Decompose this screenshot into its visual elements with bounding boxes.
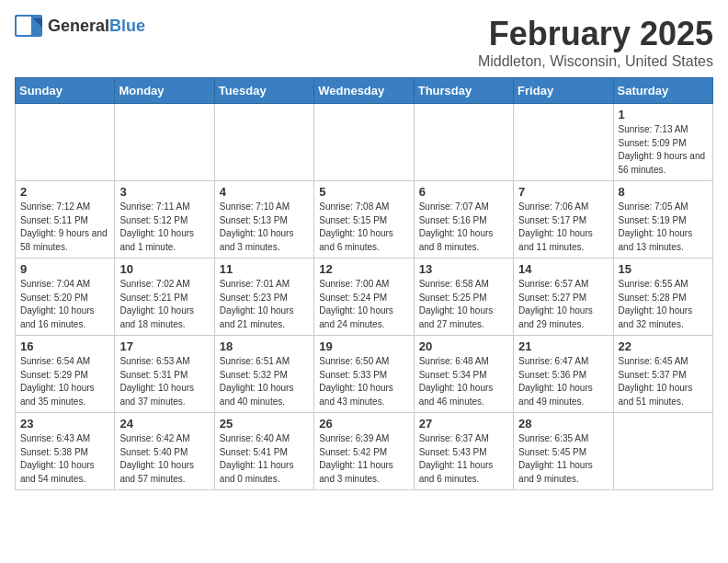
calendar-cell <box>115 104 214 181</box>
day-info: Sunrise: 6:57 AM Sunset: 5:27 PM Dayligh… <box>518 278 608 331</box>
calendar-cell: 28Sunrise: 6:35 AM Sunset: 5:45 PM Dayli… <box>514 413 613 490</box>
day-info: Sunrise: 6:47 AM Sunset: 5:36 PM Dayligh… <box>518 355 608 408</box>
day-info: Sunrise: 6:35 AM Sunset: 5:45 PM Dayligh… <box>518 432 608 486</box>
day-number: 6 <box>419 185 508 199</box>
title-block: February 2025 Middleton, Wisconsin, Unit… <box>478 15 713 70</box>
calendar-cell: 23Sunrise: 6:43 AM Sunset: 5:38 PM Dayli… <box>16 413 115 490</box>
calendar-cell: 21Sunrise: 6:47 AM Sunset: 5:36 PM Dayli… <box>514 336 613 413</box>
calendar-cell: 17Sunrise: 6:53 AM Sunset: 5:31 PM Dayli… <box>115 336 214 413</box>
calendar-cell: 12Sunrise: 7:00 AM Sunset: 5:24 PM Dayli… <box>314 259 414 336</box>
calendar-cell: 4Sunrise: 7:10 AM Sunset: 5:13 PM Daylig… <box>214 181 313 259</box>
day-info: Sunrise: 7:07 AM Sunset: 5:16 PM Dayligh… <box>419 201 508 254</box>
day-info: Sunrise: 6:55 AM Sunset: 5:28 PM Dayligh… <box>619 278 708 331</box>
day-number: 10 <box>119 262 209 276</box>
calendar-week-row: 2Sunrise: 7:12 AM Sunset: 5:11 PM Daylig… <box>16 181 713 259</box>
day-info: Sunrise: 7:11 AM Sunset: 5:12 PM Dayligh… <box>119 201 209 254</box>
day-number: 9 <box>20 262 109 276</box>
logo-text: GeneralBlue <box>48 17 145 36</box>
day-number: 2 <box>20 185 109 199</box>
calendar-cell: 3Sunrise: 7:11 AM Sunset: 5:12 PM Daylig… <box>115 181 214 259</box>
calendar-week-row: 16Sunrise: 6:54 AM Sunset: 5:29 PM Dayli… <box>16 336 713 413</box>
calendar-cell: 24Sunrise: 6:42 AM Sunset: 5:40 PM Dayli… <box>115 413 214 490</box>
day-info: Sunrise: 7:00 AM Sunset: 5:24 PM Dayligh… <box>319 278 408 331</box>
day-info: Sunrise: 6:51 AM Sunset: 5:32 PM Dayligh… <box>220 355 309 408</box>
calendar-cell: 25Sunrise: 6:40 AM Sunset: 5:41 PM Dayli… <box>214 413 313 490</box>
day-number: 22 <box>619 339 708 353</box>
calendar-cell: 9Sunrise: 7:04 AM Sunset: 5:20 PM Daylig… <box>16 259 115 336</box>
day-info: Sunrise: 6:50 AM Sunset: 5:33 PM Dayligh… <box>319 355 408 408</box>
calendar-cell: 7Sunrise: 7:06 AM Sunset: 5:17 PM Daylig… <box>514 181 613 259</box>
day-number: 18 <box>220 339 309 353</box>
day-number: 20 <box>419 339 508 353</box>
calendar-week-row: 1Sunrise: 7:13 AM Sunset: 5:09 PM Daylig… <box>16 104 713 181</box>
location-title: Middleton, Wisconsin, United States <box>478 53 713 70</box>
calendar-cell: 14Sunrise: 6:57 AM Sunset: 5:27 PM Dayli… <box>514 259 613 336</box>
day-info: Sunrise: 6:54 AM Sunset: 5:29 PM Dayligh… <box>20 355 109 408</box>
calendar-cell: 22Sunrise: 6:45 AM Sunset: 5:37 PM Dayli… <box>613 336 712 413</box>
day-info: Sunrise: 7:12 AM Sunset: 5:11 PM Dayligh… <box>20 201 109 254</box>
day-info: Sunrise: 6:40 AM Sunset: 5:41 PM Dayligh… <box>220 432 309 486</box>
day-info: Sunrise: 6:48 AM Sunset: 5:34 PM Dayligh… <box>419 355 508 408</box>
day-info: Sunrise: 7:02 AM Sunset: 5:21 PM Dayligh… <box>119 278 209 331</box>
calendar-cell <box>514 104 613 181</box>
day-number: 17 <box>119 339 209 353</box>
day-of-week-header: Friday <box>514 78 613 104</box>
day-number: 19 <box>319 339 408 353</box>
logo-icon <box>15 15 42 37</box>
day-number: 13 <box>419 262 508 276</box>
day-info: Sunrise: 6:45 AM Sunset: 5:37 PM Dayligh… <box>619 355 708 408</box>
day-info: Sunrise: 6:37 AM Sunset: 5:43 PM Dayligh… <box>419 432 508 486</box>
svg-rect-2 <box>17 17 31 35</box>
day-number: 16 <box>20 339 109 353</box>
calendar-cell: 15Sunrise: 6:55 AM Sunset: 5:28 PM Dayli… <box>613 259 712 336</box>
calendar-cell: 27Sunrise: 6:37 AM Sunset: 5:43 PM Dayli… <box>414 413 513 490</box>
calendar-cell: 11Sunrise: 7:01 AM Sunset: 5:23 PM Dayli… <box>214 259 313 336</box>
calendar-cell: 13Sunrise: 6:58 AM Sunset: 5:25 PM Dayli… <box>414 259 513 336</box>
day-info: Sunrise: 7:06 AM Sunset: 5:17 PM Dayligh… <box>518 201 608 254</box>
calendar-cell <box>314 104 414 181</box>
day-number: 15 <box>619 262 708 276</box>
header: GeneralBlue February 2025 Middleton, Wis… <box>15 15 713 70</box>
day-of-week-header: Wednesday <box>314 78 414 104</box>
day-info: Sunrise: 6:53 AM Sunset: 5:31 PM Dayligh… <box>119 355 209 408</box>
day-info: Sunrise: 6:58 AM Sunset: 5:25 PM Dayligh… <box>419 278 508 331</box>
month-title: February 2025 <box>478 15 713 53</box>
day-info: Sunrise: 6:43 AM Sunset: 5:38 PM Dayligh… <box>20 432 109 486</box>
logo-general: General <box>48 17 109 35</box>
day-number: 21 <box>518 339 608 353</box>
calendar-cell: 10Sunrise: 7:02 AM Sunset: 5:21 PM Dayli… <box>115 259 214 336</box>
calendar-cell: 19Sunrise: 6:50 AM Sunset: 5:33 PM Dayli… <box>314 336 414 413</box>
calendar-cell: 2Sunrise: 7:12 AM Sunset: 5:11 PM Daylig… <box>16 181 115 259</box>
calendar-cell <box>613 413 712 490</box>
day-number: 4 <box>220 185 309 199</box>
calendar-cell: 18Sunrise: 6:51 AM Sunset: 5:32 PM Dayli… <box>214 336 313 413</box>
day-number: 8 <box>619 185 708 199</box>
day-info: Sunrise: 7:04 AM Sunset: 5:20 PM Dayligh… <box>20 278 109 331</box>
day-number: 7 <box>518 185 608 199</box>
day-number: 26 <box>319 417 408 431</box>
day-number: 12 <box>319 262 408 276</box>
day-info: Sunrise: 7:13 AM Sunset: 5:09 PM Dayligh… <box>619 123 708 177</box>
calendar-cell: 16Sunrise: 6:54 AM Sunset: 5:29 PM Dayli… <box>16 336 115 413</box>
day-number: 3 <box>119 185 209 199</box>
calendar-cell: 5Sunrise: 7:08 AM Sunset: 5:15 PM Daylig… <box>314 181 414 259</box>
day-number: 24 <box>119 417 209 431</box>
calendar-cell: 26Sunrise: 6:39 AM Sunset: 5:42 PM Dayli… <box>314 413 414 490</box>
day-info: Sunrise: 7:10 AM Sunset: 5:13 PM Dayligh… <box>220 201 309 254</box>
day-number: 25 <box>220 417 309 431</box>
day-of-week-header: Tuesday <box>214 78 313 104</box>
calendar-week-row: 9Sunrise: 7:04 AM Sunset: 5:20 PM Daylig… <box>16 259 713 336</box>
day-of-week-header: Saturday <box>613 78 712 104</box>
calendar-table: SundayMondayTuesdayWednesdayThursdayFrid… <box>15 77 713 490</box>
day-number: 5 <box>319 185 408 199</box>
day-number: 28 <box>518 417 608 431</box>
calendar-cell: 6Sunrise: 7:07 AM Sunset: 5:16 PM Daylig… <box>414 181 513 259</box>
day-number: 1 <box>619 108 708 121</box>
day-info: Sunrise: 6:42 AM Sunset: 5:40 PM Dayligh… <box>119 432 209 486</box>
calendar-cell <box>414 104 513 181</box>
calendar-week-row: 23Sunrise: 6:43 AM Sunset: 5:38 PM Dayli… <box>16 413 713 490</box>
day-number: 23 <box>20 417 109 431</box>
day-number: 14 <box>518 262 608 276</box>
day-of-week-header: Monday <box>115 78 214 104</box>
calendar-cell: 20Sunrise: 6:48 AM Sunset: 5:34 PM Dayli… <box>414 336 513 413</box>
